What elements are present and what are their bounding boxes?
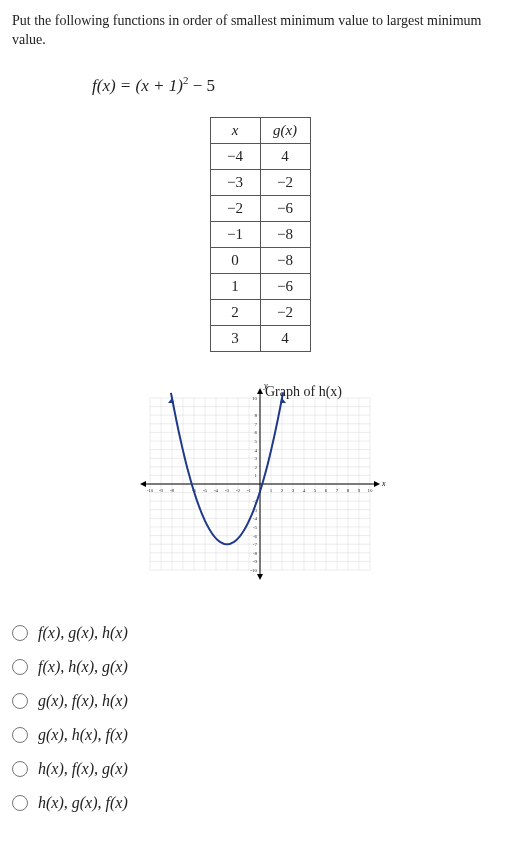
svg-text:-2: -2 [236,488,241,493]
th-x: x [210,118,260,144]
cell: −4 [210,144,260,170]
table-row: 2−2 [210,300,310,326]
svg-text:-5: -5 [203,488,208,493]
svg-text:6: 6 [255,431,258,436]
svg-text:3: 3 [292,488,295,493]
cell: −2 [210,196,260,222]
table-row: −44 [210,144,310,170]
choice-0[interactable]: f(x), g(x), h(x) [12,616,508,650]
cell: 4 [260,326,310,352]
svg-text:-8: -8 [170,488,175,493]
radio-0[interactable] [12,625,28,641]
svg-text:4: 4 [303,488,306,493]
svg-marker-44 [374,481,380,487]
svg-marker-45 [140,481,146,487]
question-prompt: Put the following functions in order of … [12,12,508,50]
choice-label: h(x), f(x), g(x) [38,760,128,778]
choice-label: g(x), h(x), f(x) [38,726,128,744]
svg-text:-1: -1 [247,488,252,493]
chart-hx: -10-9-8-6-5-4-3-2-1123456789101234567810… [130,382,390,582]
cell: −8 [260,222,310,248]
svg-text:10: 10 [368,488,374,493]
svg-text:5: 5 [314,488,317,493]
radio-5[interactable] [12,795,28,811]
svg-text:2: 2 [255,465,258,470]
cell: −8 [260,248,310,274]
svg-marker-47 [257,574,263,580]
eq-lhs: f(x) = (x + 1) [92,75,183,94]
svg-text:-9: -9 [253,560,258,565]
chart-title: Graph of h(x) [265,384,342,400]
th-g: g(x) [260,118,310,144]
svg-text:x: x [381,479,386,488]
cell: −3 [210,170,260,196]
svg-marker-46 [257,388,263,394]
choice-4[interactable]: h(x), f(x), g(x) [12,752,508,786]
cell: 4 [260,144,310,170]
choice-3[interactable]: g(x), h(x), f(x) [12,718,508,752]
cell: −6 [260,196,310,222]
svg-text:-3: -3 [225,488,230,493]
eq-rhs: − 5 [188,75,215,94]
svg-text:-10: -10 [250,568,257,573]
svg-text:7: 7 [255,422,258,427]
table-row: −1−8 [210,222,310,248]
svg-text:6: 6 [325,488,328,493]
choice-2[interactable]: g(x), f(x), h(x) [12,684,508,718]
radio-3[interactable] [12,727,28,743]
svg-text:1: 1 [255,474,258,479]
radio-1[interactable] [12,659,28,675]
cell: 3 [210,326,260,352]
cell: −6 [260,274,310,300]
choice-label: h(x), g(x), f(x) [38,794,128,812]
radio-4[interactable] [12,761,28,777]
svg-text:-9: -9 [159,488,164,493]
cell: −2 [260,300,310,326]
choice-5[interactable]: h(x), g(x), f(x) [12,786,508,820]
svg-text:3: 3 [255,457,258,462]
cell: 1 [210,274,260,300]
radio-2[interactable] [12,693,28,709]
svg-text:-4: -4 [253,517,258,522]
svg-text:5: 5 [255,439,258,444]
choice-label: g(x), f(x), h(x) [38,692,128,710]
svg-text:-8: -8 [253,551,258,556]
svg-text:-5: -5 [253,525,258,530]
table-gx: x g(x) −44 −3−2 −2−6 −1−8 0−8 1−6 2−2 34 [210,117,311,352]
svg-text:1: 1 [270,488,273,493]
svg-text:4: 4 [255,448,258,453]
equation-fx: f(x) = (x + 1)2 − 5 [12,74,508,96]
svg-text:-10: -10 [147,488,154,493]
svg-text:8: 8 [347,488,350,493]
cell: −2 [260,170,310,196]
answer-choices: f(x), g(x), h(x) f(x), h(x), g(x) g(x), … [12,616,508,820]
cell: 0 [210,248,260,274]
table-row: 0−8 [210,248,310,274]
choice-label: f(x), g(x), h(x) [38,624,128,642]
cell: 2 [210,300,260,326]
table-row: −2−6 [210,196,310,222]
table-row: 34 [210,326,310,352]
choice-label: f(x), h(x), g(x) [38,658,128,676]
cell: −1 [210,222,260,248]
svg-text:10: 10 [252,396,258,401]
table-row: 1−6 [210,274,310,300]
svg-text:7: 7 [336,488,339,493]
svg-text:-7: -7 [253,543,258,548]
svg-text:8: 8 [255,414,258,419]
table-row: −3−2 [210,170,310,196]
svg-text:-4: -4 [214,488,219,493]
svg-text:2: 2 [281,488,284,493]
svg-text:-6: -6 [253,534,258,539]
svg-text:9: 9 [358,488,361,493]
choice-1[interactable]: f(x), h(x), g(x) [12,650,508,684]
